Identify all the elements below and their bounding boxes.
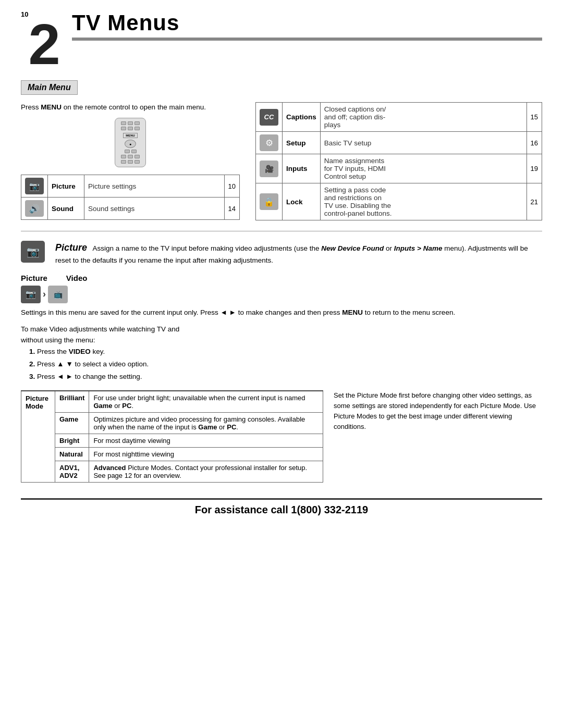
table-row: CC Captions Closed captions on/and off; …: [256, 103, 542, 132]
setup-desc: Basic TV setup: [320, 132, 527, 154]
remote-btn: [128, 160, 133, 164]
inputs-icon-cell: 🎥: [256, 154, 283, 183]
game-label: Game: [55, 412, 89, 434]
bright-desc: For most daytime viewing: [89, 434, 323, 447]
list-item: 1. Press the VIDEO key.: [29, 346, 542, 358]
press-menu-description: Press MENU on the remote control to open…: [21, 102, 240, 113]
remote-btn: [125, 150, 130, 153]
remote-control-image: MENU ●: [115, 118, 146, 167]
remote-graphic-area: MENU ●: [21, 118, 240, 167]
lock-icon: 🔒: [260, 193, 278, 210]
lock-page: 21: [527, 183, 542, 220]
lock-icon-cell: 🔒: [256, 183, 283, 220]
natural-label: Natural: [55, 447, 89, 461]
remote-top-buttons: [121, 121, 140, 125]
picture-mode-row-label: PictureMode: [21, 391, 55, 483]
setup-icon: ⚙: [260, 134, 278, 151]
remote-btn: [128, 155, 133, 158]
main-menu-right: CC Captions Closed captions on/and off; …: [255, 102, 542, 220]
remote-btn: [134, 155, 140, 158]
main-menu-left: Press MENU on the remote control to open…: [21, 102, 240, 220]
picture-section-icon: 📷: [21, 241, 47, 263]
picture-icon-cell: 📷: [21, 175, 48, 198]
header-rule: [72, 38, 542, 41]
chevron-right-icon: ›: [43, 289, 46, 300]
lock-desc: Setting a pass codeand restrictions onTV…: [320, 183, 527, 220]
remote-nav-circle: ●: [125, 140, 136, 148]
picture-large-icon: 📷: [21, 241, 45, 263]
table-row: Game Optimizes picture and video process…: [21, 412, 323, 434]
steps-intro: To make Video adjustments while watching…: [21, 324, 542, 346]
picture-page: 10: [224, 175, 239, 198]
remote-btn: [134, 127, 140, 130]
sound-desc: Sound settings: [84, 198, 225, 220]
captions-desc: Closed captions on/and off; caption dis-…: [320, 103, 527, 132]
chapter-num-large: 2: [28, 18, 60, 70]
padlock-icon: 🔒: [264, 197, 274, 207]
remote-btn: [134, 160, 140, 164]
remote-btn: [134, 121, 140, 125]
camera-icon-small: 📷: [26, 289, 36, 299]
remote-btn: [121, 160, 126, 164]
picture-desc: Picture settings: [84, 175, 225, 198]
captions-icon-cell: CC: [256, 103, 283, 132]
adv-label: ADV1,ADV2: [55, 461, 89, 482]
picture-video-header: Picture Video: [21, 274, 542, 282]
picture-video-icon2: 📺: [48, 286, 68, 303]
gear-icon: ⚙: [265, 138, 273, 149]
footer-text: For assistance call 1(800) 332-2119: [195, 504, 368, 515]
video-description: Settings in this menu are saved for the …: [21, 307, 542, 318]
main-menu-title: Main Menu: [21, 80, 78, 95]
remote-row2: [121, 127, 140, 130]
picture-video-title2: Video: [66, 274, 88, 282]
remote-menu-button-area: MENU: [123, 133, 138, 138]
captions-icon: CC: [260, 109, 278, 126]
cc-icon: CC: [264, 113, 274, 121]
sound-label: Sound: [48, 198, 84, 220]
remote-menu-label: MENU: [123, 133, 138, 138]
inputs-page: 19: [527, 154, 542, 183]
game-desc: Optimizes picture and video processing f…: [89, 412, 323, 434]
setup-page: 16: [527, 132, 542, 154]
table-row: PictureMode Brilliant For use under brig…: [21, 391, 323, 413]
table-row: ⚙ Setup Basic TV setup 16: [256, 132, 542, 154]
table-row: Bright For most daytime viewing: [21, 434, 323, 447]
chapter-number: 10 2: [21, 10, 68, 70]
table-row: 🎥 Inputs Name assignmentsfor TV inputs, …: [256, 154, 542, 183]
sound-page: 14: [224, 198, 239, 220]
chapter-title-area: TV Menus: [72, 10, 542, 41]
picture-mode-side-desc: Set the Picture Mode first before changi…: [334, 390, 542, 483]
main-menu-layout: Press MENU on the remote control to open…: [21, 102, 542, 220]
menu-bold: MENU: [342, 309, 363, 316]
brilliant-desc: For use under bright light; unavailable …: [89, 391, 323, 413]
camera2-icon: 🎥: [265, 165, 274, 173]
new-device-bold: New Device Found: [321, 244, 384, 252]
remote-btn: [121, 155, 126, 158]
remote-bottom-row2: [121, 155, 140, 158]
captions-label: Captions: [283, 103, 321, 132]
picture-video-icon1: 📷: [21, 286, 41, 303]
speaker-icon: 🔊: [29, 204, 40, 214]
right-menu-table: CC Captions Closed captions on/and off; …: [255, 102, 542, 220]
setup-label: Setup: [283, 132, 321, 154]
footer: For assistance call 1(800) 332-2119: [21, 498, 542, 516]
steps-list: 1. Press the VIDEO key. 2. Press ▲ ▼ to …: [21, 346, 542, 383]
remote-btn: [121, 127, 126, 130]
bright-label: Bright: [55, 434, 89, 447]
table-row: Natural For most nighttime viewing: [21, 447, 323, 461]
picture-video-icons: 📷 › 📺: [21, 286, 542, 303]
inputs-label: Inputs: [283, 154, 321, 183]
sound-icon: 🔊: [25, 200, 44, 217]
page-number-top: 10: [21, 10, 28, 18]
table-row: 📷 Picture Picture settings 10: [21, 175, 240, 198]
picture-mode-table: PictureMode Brilliant For use under brig…: [21, 390, 323, 483]
chapter-title: TV Menus: [72, 10, 542, 35]
camera-large-icon: 📷: [27, 245, 40, 258]
remote-bottom-row: [125, 150, 137, 153]
lock-label: Lock: [283, 183, 321, 220]
remote-btn: [128, 121, 133, 125]
inputs-desc: Name assignmentsfor TV inputs, HDMIContr…: [320, 154, 527, 183]
page-header: 10 2 TV Menus: [21, 10, 542, 70]
picture-video-title1: Picture: [21, 274, 47, 282]
captions-page: 15: [527, 103, 542, 132]
